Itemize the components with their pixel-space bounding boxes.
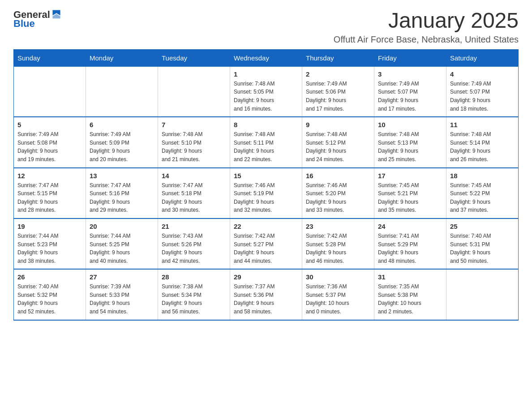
day-number: 21 [162,223,226,230]
day-info: Sunrise: 7:46 AM Sunset: 5:20 PM Dayligh… [306,181,370,214]
page-header: General Blue January 2025 Offutt Air For… [13,9,519,45]
calendar-header-friday: Friday [374,49,446,66]
day-info: Sunrise: 7:46 AM Sunset: 5:19 PM Dayligh… [234,181,298,214]
day-number: 7 [162,121,226,128]
calendar-cell: 18Sunrise: 7:45 AM Sunset: 5:22 PM Dayli… [446,168,519,218]
calendar-header-saturday: Saturday [446,49,519,66]
calendar-header-tuesday: Tuesday [158,49,230,66]
day-number: 10 [378,121,442,128]
calendar-cell: 13Sunrise: 7:47 AM Sunset: 5:16 PM Dayli… [86,168,158,218]
day-info: Sunrise: 7:48 AM Sunset: 5:14 PM Dayligh… [450,130,515,163]
day-number: 3 [378,70,442,78]
calendar-table: SundayMondayTuesdayWednesdayThursdayFrid… [13,49,519,321]
day-info: Sunrise: 7:49 AM Sunset: 5:08 PM Dayligh… [17,130,82,163]
day-info: Sunrise: 7:36 AM Sunset: 5:37 PM Dayligh… [306,283,370,316]
calendar-week-row: 5Sunrise: 7:49 AM Sunset: 5:08 PM Daylig… [14,117,519,167]
day-number: 31 [378,273,442,281]
day-info: Sunrise: 7:48 AM Sunset: 5:13 PM Dayligh… [378,130,442,163]
day-number: 26 [17,273,82,281]
logo-text-blue: Blue [13,18,35,30]
calendar-cell [158,66,230,117]
day-number: 13 [90,172,154,180]
day-number: 15 [234,172,298,180]
calendar-cell: 6Sunrise: 7:49 AM Sunset: 5:09 PM Daylig… [86,117,158,167]
calendar-cell: 9Sunrise: 7:48 AM Sunset: 5:12 PM Daylig… [302,117,374,167]
day-number: 18 [450,172,515,180]
calendar-cell: 15Sunrise: 7:46 AM Sunset: 5:19 PM Dayli… [230,168,302,218]
day-number: 24 [378,223,442,230]
calendar-week-row: 19Sunrise: 7:44 AM Sunset: 5:23 PM Dayli… [14,218,519,269]
calendar-cell: 21Sunrise: 7:43 AM Sunset: 5:26 PM Dayli… [158,218,230,269]
calendar-cell: 8Sunrise: 7:48 AM Sunset: 5:11 PM Daylig… [230,117,302,167]
day-number: 28 [162,273,226,281]
day-info: Sunrise: 7:40 AM Sunset: 5:31 PM Dayligh… [450,232,515,265]
day-info: Sunrise: 7:48 AM Sunset: 5:05 PM Dayligh… [234,80,298,113]
logo-icon [51,9,62,19]
calendar-cell: 2Sunrise: 7:49 AM Sunset: 5:06 PM Daylig… [302,66,374,117]
day-info: Sunrise: 7:42 AM Sunset: 5:28 PM Dayligh… [306,232,370,265]
day-info: Sunrise: 7:48 AM Sunset: 5:11 PM Dayligh… [234,130,298,163]
day-number: 22 [234,223,298,230]
day-info: Sunrise: 7:40 AM Sunset: 5:32 PM Dayligh… [17,283,82,316]
day-number: 30 [306,273,370,281]
day-number: 6 [90,121,154,128]
calendar-week-row: 1Sunrise: 7:48 AM Sunset: 5:05 PM Daylig… [14,66,519,117]
day-info: Sunrise: 7:47 AM Sunset: 5:18 PM Dayligh… [162,181,226,214]
day-info: Sunrise: 7:43 AM Sunset: 5:26 PM Dayligh… [162,232,226,265]
calendar-cell: 12Sunrise: 7:47 AM Sunset: 5:15 PM Dayli… [14,168,86,218]
day-info: Sunrise: 7:49 AM Sunset: 5:07 PM Dayligh… [450,80,515,113]
day-number: 8 [234,121,298,128]
calendar-header-monday: Monday [86,49,158,66]
day-number: 11 [450,121,515,128]
day-info: Sunrise: 7:38 AM Sunset: 5:34 PM Dayligh… [162,283,226,316]
title-section: January 2025 Offutt Air Force Base, Nebr… [334,9,519,45]
calendar-header-thursday: Thursday [302,49,374,66]
day-number: 20 [90,223,154,230]
day-number: 27 [90,273,154,281]
day-info: Sunrise: 7:48 AM Sunset: 5:12 PM Dayligh… [306,130,370,163]
calendar-cell [446,269,519,320]
calendar-cell: 3Sunrise: 7:49 AM Sunset: 5:07 PM Daylig… [374,66,446,117]
logo: General Blue [13,9,62,30]
day-number: 1 [234,70,298,78]
day-info: Sunrise: 7:48 AM Sunset: 5:10 PM Dayligh… [162,130,226,163]
calendar-cell: 14Sunrise: 7:47 AM Sunset: 5:18 PM Dayli… [158,168,230,218]
day-info: Sunrise: 7:47 AM Sunset: 5:15 PM Dayligh… [17,181,82,214]
calendar-header-row: SundayMondayTuesdayWednesdayThursdayFrid… [14,49,519,66]
calendar-cell: 28Sunrise: 7:38 AM Sunset: 5:34 PM Dayli… [158,269,230,320]
day-info: Sunrise: 7:37 AM Sunset: 5:36 PM Dayligh… [234,283,298,316]
day-number: 9 [306,121,370,128]
day-number: 25 [450,223,515,230]
calendar-cell: 22Sunrise: 7:42 AM Sunset: 5:27 PM Dayli… [230,218,302,269]
calendar-cell: 17Sunrise: 7:45 AM Sunset: 5:21 PM Dayli… [374,168,446,218]
calendar-header-sunday: Sunday [14,49,86,66]
day-number: 16 [306,172,370,180]
day-number: 19 [17,223,82,230]
calendar-cell: 30Sunrise: 7:36 AM Sunset: 5:37 PM Dayli… [302,269,374,320]
day-number: 2 [306,70,370,78]
day-info: Sunrise: 7:49 AM Sunset: 5:06 PM Dayligh… [306,80,370,113]
day-info: Sunrise: 7:42 AM Sunset: 5:27 PM Dayligh… [234,232,298,265]
day-info: Sunrise: 7:45 AM Sunset: 5:21 PM Dayligh… [378,181,442,214]
calendar-cell: 23Sunrise: 7:42 AM Sunset: 5:28 PM Dayli… [302,218,374,269]
calendar-week-row: 12Sunrise: 7:47 AM Sunset: 5:15 PM Dayli… [14,168,519,218]
day-number: 14 [162,172,226,180]
day-info: Sunrise: 7:47 AM Sunset: 5:16 PM Dayligh… [90,181,154,214]
calendar-header-wednesday: Wednesday [230,49,302,66]
calendar-cell [14,66,86,117]
calendar-cell: 25Sunrise: 7:40 AM Sunset: 5:31 PM Dayli… [446,218,519,269]
day-info: Sunrise: 7:39 AM Sunset: 5:33 PM Dayligh… [90,283,154,316]
calendar-cell: 4Sunrise: 7:49 AM Sunset: 5:07 PM Daylig… [446,66,519,117]
day-number: 12 [17,172,82,180]
day-info: Sunrise: 7:44 AM Sunset: 5:23 PM Dayligh… [17,232,82,265]
main-title: January 2025 [334,9,519,33]
day-info: Sunrise: 7:35 AM Sunset: 5:38 PM Dayligh… [378,283,442,316]
day-info: Sunrise: 7:49 AM Sunset: 5:07 PM Dayligh… [378,80,442,113]
day-number: 5 [17,121,82,128]
day-info: Sunrise: 7:45 AM Sunset: 5:22 PM Dayligh… [450,181,515,214]
day-info: Sunrise: 7:41 AM Sunset: 5:29 PM Dayligh… [378,232,442,265]
day-number: 23 [306,223,370,230]
calendar-cell: 29Sunrise: 7:37 AM Sunset: 5:36 PM Dayli… [230,269,302,320]
calendar-cell: 19Sunrise: 7:44 AM Sunset: 5:23 PM Dayli… [14,218,86,269]
calendar-cell: 31Sunrise: 7:35 AM Sunset: 5:38 PM Dayli… [374,269,446,320]
